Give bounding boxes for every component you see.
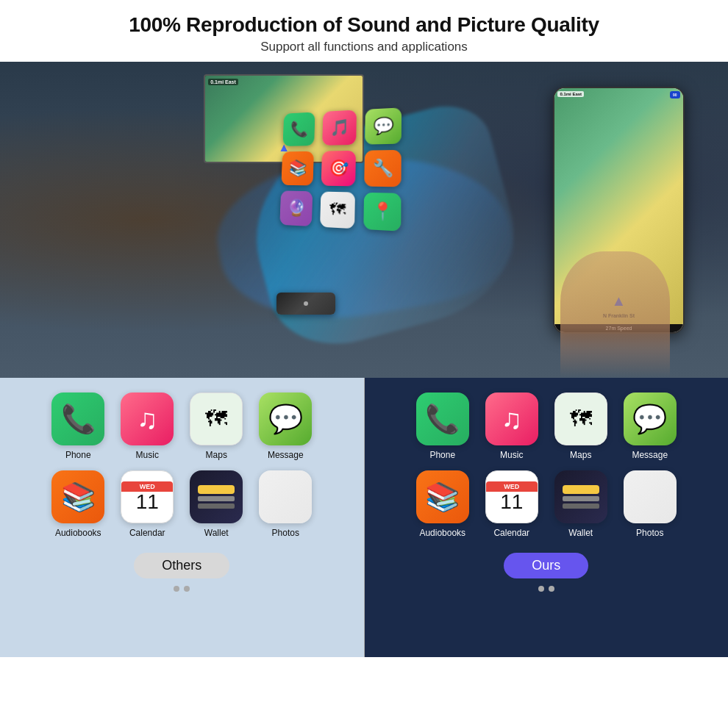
right-phone-icon-box: 📞	[416, 393, 469, 445]
float-icon-green: 📍	[363, 192, 401, 231]
left-music-icon-box: ♫	[121, 393, 174, 445]
right-message-label: Message	[632, 450, 668, 460]
right-dots	[538, 586, 554, 592]
left-calendar-label: Calendar	[129, 528, 165, 538]
right-icon-music: ♫ Music	[482, 393, 541, 460]
left-icon-photos: Photos	[256, 470, 315, 538]
float-icon-orange: 🔧	[364, 149, 402, 186]
right-icon-photos: Photos	[621, 470, 679, 538]
floating-icons: 📞 🎵 💬 📚 🎯 🔧 🔮 🗺 📍	[279, 107, 404, 232]
right-audio-emoji: 📚	[425, 481, 460, 513]
left-wallet-strip-3	[198, 503, 235, 509]
right-wallet-icon-box	[554, 470, 607, 523]
left-wallet-strip-1	[198, 485, 235, 494]
left-calendar-day: 11	[136, 492, 159, 512]
left-icon-maps: 🗺 Maps	[187, 393, 246, 460]
comparison-section: 📞 Phone ♫ Music 🗺 Maps	[0, 378, 728, 657]
left-photos-icon-box	[259, 470, 312, 523]
music-note-icon: ♫	[137, 404, 158, 435]
left-wallet-icon-box	[190, 470, 243, 523]
right-calendar-day: 11	[500, 492, 523, 512]
left-music-label: Music	[136, 450, 159, 460]
car-image-section: 0.1mi East ▲ 📞 🎵 💬 📚 🎯 🔧 🔮 🗺 📍 0.1mi Eas…	[0, 62, 728, 378]
right-bottom-bar: Ours	[504, 553, 588, 578]
audio-emoji: 📚	[61, 481, 96, 513]
right-message-icon-box: 💬	[624, 393, 677, 445]
hand-graphic	[560, 251, 670, 378]
right-maps-icon-box: 🗺	[554, 393, 607, 445]
left-message-icon-box: 💬	[259, 393, 312, 445]
right-icons-grid: 📞 Phone ♫ Music 🗺 Maps	[413, 393, 679, 538]
left-icon-audiobooks: 📚 Audiobooks	[49, 470, 107, 538]
left-icon-phone: 📞 Phone	[49, 393, 107, 460]
right-wallet-strip-3	[563, 503, 599, 509]
left-phone-label: Phone	[65, 450, 91, 460]
left-icon-calendar: WED 11 Calendar	[118, 470, 176, 538]
right-wallet-strip-2	[563, 496, 599, 501]
left-panel: 📞 Phone ♫ Music 🗺 Maps	[0, 378, 365, 657]
right-phone-emoji: 📞	[425, 403, 460, 435]
right-photos-label: Photos	[636, 528, 663, 538]
left-maps-icon-box: 🗺	[190, 393, 243, 445]
page-subtitle: Support all functions and applications	[15, 40, 713, 54]
right-icon-audiobooks: 📚 Audiobooks	[413, 470, 472, 538]
right-music-label: Music	[500, 450, 523, 460]
carplay-device	[276, 293, 335, 315]
right-phone-label: Phone	[429, 450, 455, 460]
right-icon-wallet: Wallet	[552, 470, 610, 538]
right-dot-1	[538, 586, 544, 592]
right-audio-icon-box: 📚	[416, 470, 469, 523]
left-dot-2	[184, 586, 190, 592]
left-audio-icon-box: 📚	[51, 470, 104, 523]
left-phone-icon-box: 📞	[51, 393, 104, 445]
right-icon-maps: 🗺 Maps	[552, 393, 610, 460]
phone-emoji: 📞	[61, 403, 96, 435]
ours-tag: Ours	[504, 553, 588, 578]
right-photos-icon-box	[624, 470, 677, 523]
left-dots	[174, 586, 190, 592]
left-icon-message: 💬 Message	[256, 393, 315, 460]
phone-map-distance: 0.1mi East	[557, 91, 584, 97]
others-tag: Others	[134, 553, 229, 578]
device-indicator	[304, 301, 308, 306]
right-audio-label: Audiobooks	[419, 528, 465, 538]
right-calendar-label: Calendar	[493, 528, 529, 538]
left-dot-1	[174, 586, 179, 592]
left-bottom-bar: Others	[134, 553, 229, 578]
right-dot-2	[549, 586, 554, 592]
right-icon-message: 💬 Message	[621, 393, 679, 460]
right-message-emoji: 💬	[632, 403, 667, 435]
float-icon-purple: 🔮	[279, 190, 313, 226]
right-wallet-label: Wallet	[568, 528, 593, 538]
float-icon-audio: 📚	[282, 151, 314, 185]
phone-route-badge: 90	[670, 91, 680, 98]
right-wallet-strip-1	[563, 485, 599, 494]
car-map-text: 0.1mi East	[208, 79, 238, 85]
right-icon-calendar: WED 11 Calendar	[482, 470, 541, 538]
right-maps-pin-icon: 🗺	[570, 406, 592, 431]
maps-inner: 🗺	[190, 393, 242, 445]
float-icon-maps: 🗺	[320, 191, 355, 229]
left-wallet-strip-2	[198, 496, 235, 501]
float-icon-red: 🎯	[321, 150, 356, 186]
float-icon-message: 💬	[365, 107, 402, 144]
left-photos-label: Photos	[272, 528, 299, 538]
left-icon-wallet: Wallet	[187, 470, 246, 538]
right-panel: 📞 Phone ♫ Music 🗺 Maps	[365, 378, 729, 657]
right-wallet-strips	[563, 485, 599, 509]
right-music-note-icon: ♫	[502, 404, 523, 435]
maps-pin-icon: 🗺	[205, 406, 227, 431]
left-wallet-strips	[198, 485, 235, 509]
left-icons-grid: 📞 Phone ♫ Music 🗺 Maps	[49, 393, 315, 538]
left-audio-label: Audiobooks	[55, 528, 101, 538]
right-music-icon-box: ♫	[485, 393, 538, 445]
float-icon-phone: 📞	[283, 112, 315, 146]
left-wallet-label: Wallet	[204, 528, 229, 538]
float-icon-music: 🎵	[322, 110, 357, 145]
left-calendar-icon-box: WED 11	[121, 470, 174, 523]
right-icon-phone: 📞 Phone	[413, 393, 472, 460]
right-maps-inner: 🗺	[555, 393, 607, 445]
right-calendar-icon-box: WED 11	[485, 470, 538, 523]
left-maps-label: Maps	[206, 450, 227, 460]
right-maps-label: Maps	[570, 450, 591, 460]
